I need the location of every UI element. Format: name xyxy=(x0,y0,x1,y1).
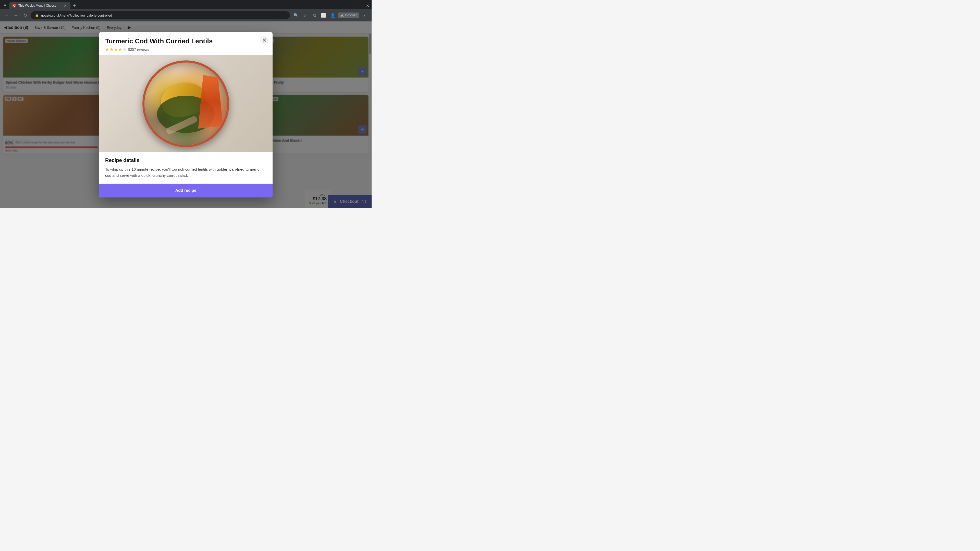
menu-icon[interactable]: ⋮ xyxy=(360,11,369,19)
url-text: gousto.co.uk/menu?collection=calorie-con… xyxy=(41,14,286,17)
recipe-details-heading: Recipe details xyxy=(105,157,266,163)
maximize-button[interactable]: ❐ xyxy=(358,3,363,8)
close-button[interactable]: ✕ xyxy=(366,3,369,8)
bookmark-icon[interactable]: ☆ xyxy=(301,11,309,19)
profile-icon[interactable]: 👤 xyxy=(329,11,337,19)
star-1: ★ xyxy=(105,47,109,52)
incognito-icon: 🕵 xyxy=(340,14,344,17)
star-2: ★ xyxy=(110,47,114,52)
tab-bar: ▼ G This Week's Menu | Choose Fro... ✕ +… xyxy=(0,0,372,9)
search-icon[interactable]: 🔍 xyxy=(292,11,300,19)
browser-chrome: ▼ G This Week's Menu | Choose Fro... ✕ +… xyxy=(0,0,372,21)
modal-body: Recipe details To whip up this 10 minute… xyxy=(99,152,272,184)
split-view-icon[interactable]: ⬜ xyxy=(320,11,328,19)
star-5: ★ xyxy=(123,47,127,52)
recipe-description: To whip up this 10 minute recipe, you'll… xyxy=(105,166,266,179)
incognito-label: Incognito xyxy=(345,14,357,17)
forward-button[interactable]: → xyxy=(12,12,19,19)
modal-close-button[interactable]: ✕ xyxy=(260,36,269,44)
window-controls: – ❐ ✕ xyxy=(351,3,369,8)
main-content: ◀ Edition (8) Save & Savour (10) Family … xyxy=(0,21,372,208)
star-rating: ★ ★ ★ ★ ★ xyxy=(105,47,127,52)
active-tab[interactable]: G This Week's Menu | Choose Fro... ✕ xyxy=(9,2,70,9)
modal-footer: Add recipe xyxy=(99,184,272,197)
tab-title: This Week's Menu | Choose Fro... xyxy=(18,4,60,7)
modal-title: Turmeric Cod With Curried Lentils xyxy=(105,37,266,45)
star-4: ★ xyxy=(118,47,122,52)
extensions-icon[interactable]: ⧉ xyxy=(310,11,318,19)
recipe-modal: Turmeric Cod With Curried Lentils ✕ ★ ★ … xyxy=(99,32,272,197)
address-bar: ← → ↻ 🔒 gousto.co.uk/menu?collection=cal… xyxy=(0,9,372,21)
review-count: 9257 reviews xyxy=(128,48,149,52)
add-recipe-button[interactable]: Add recipe xyxy=(99,184,272,197)
tab-favicon: G xyxy=(12,3,16,8)
back-button[interactable]: ← xyxy=(3,12,10,19)
url-bar[interactable]: 🔒 gousto.co.uk/menu?collection=calorie-c… xyxy=(30,11,290,19)
tab-close-button[interactable]: ✕ xyxy=(63,3,67,8)
modal-header: Turmeric Cod With Curried Lentils ✕ ★ ★ … xyxy=(99,32,272,56)
modal-food-image xyxy=(99,56,272,152)
new-tab-button[interactable]: + xyxy=(72,3,78,9)
tab-group-switcher[interactable]: ▼ xyxy=(2,3,8,9)
toolbar-right: 🔍 ☆ ⧉ ⬜ 👤 🕵 Incognito ⋮ xyxy=(292,11,369,19)
star-3: ★ xyxy=(114,47,118,52)
minimize-button[interactable]: – xyxy=(351,3,355,8)
incognito-badge: 🕵 Incognito xyxy=(338,13,360,18)
refresh-button[interactable]: ↻ xyxy=(21,12,29,19)
security-icon: 🔒 xyxy=(35,13,39,17)
modal-rating: ★ ★ ★ ★ ★ 9257 reviews xyxy=(105,47,266,52)
food-plate xyxy=(142,60,229,147)
